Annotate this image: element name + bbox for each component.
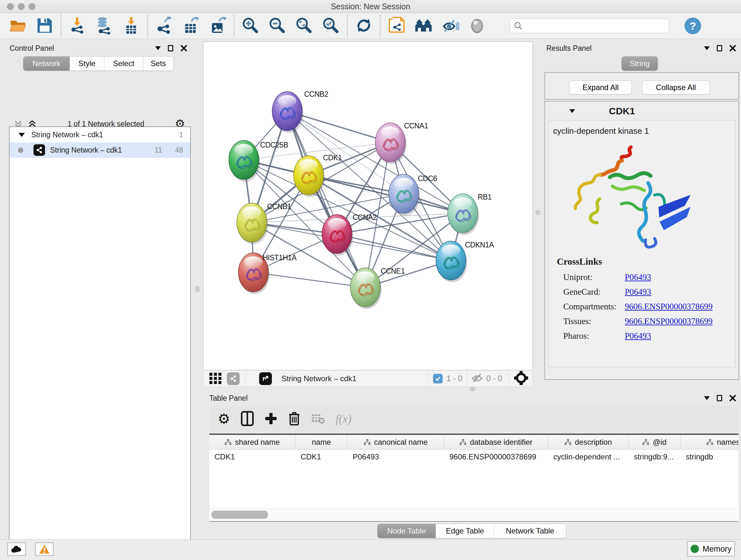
network-node-CCNA2[interactable]: [322, 214, 353, 256]
tab-select[interactable]: Select: [105, 57, 143, 71]
network-node-RB1[interactable]: [448, 194, 479, 235]
panel-close-icon[interactable]: [180, 45, 187, 52]
panel-menu-icon[interactable]: [704, 46, 710, 50]
column-header-id[interactable]: @id: [629, 435, 681, 449]
network-node-label: CDC25B: [260, 141, 288, 149]
export-image-button[interactable]: [204, 14, 231, 37]
crosshair-icon[interactable]: [514, 371, 528, 386]
table-row[interactable]: CDK1 CDK1 P06493 9606.ENSP00000378699 cy…: [209, 449, 738, 464]
table-panel-controls: [704, 395, 736, 401]
zoom-in-button[interactable]: [237, 14, 264, 37]
crosslink-link[interactable]: 9606.ENSP00000378699: [625, 302, 713, 311]
open-in-window-icon[interactable]: [259, 372, 272, 385]
panel-float-icon[interactable]: [717, 45, 722, 51]
show-columns-button[interactable]: [241, 409, 254, 428]
network-node-CCNB2[interactable]: [272, 91, 304, 133]
panel-close-icon[interactable]: [729, 45, 736, 52]
cloud-status-button[interactable]: [7, 543, 26, 556]
create-column-button[interactable]: [265, 409, 277, 428]
share-view-icon[interactable]: [227, 372, 240, 385]
network-collection-row[interactable]: String Network – cdk1 1: [10, 127, 190, 142]
crosslink-link[interactable]: P06493: [625, 331, 651, 341]
delete-column-button[interactable]: [288, 409, 300, 428]
network-view-canvas[interactable]: CCNB2CCNA1CDC25BCDK1CDC6RB1CCNB1CCNA2CDK…: [203, 42, 533, 370]
zoom-out-button[interactable]: [264, 14, 291, 37]
network-overview-button[interactable]: [383, 14, 410, 37]
nav-separator: [246, 371, 246, 387]
column-header-description[interactable]: description: [548, 435, 629, 449]
network-graph[interactable]: CCNB2CCNA1CDC25BCDK1CDC6RB1CCNB1CCNA2CDK…: [203, 42, 533, 370]
splitter-grip[interactable]: [536, 210, 540, 215]
tab-node-table[interactable]: Node Table: [378, 524, 436, 538]
export-network-button[interactable]: [151, 14, 178, 37]
column-header-canonical-name[interactable]: canonical name: [347, 435, 444, 449]
selected-checkbox-icon[interactable]: [433, 374, 443, 383]
network-node-CCNA1[interactable]: [375, 123, 407, 164]
open-session-button[interactable]: [4, 14, 31, 37]
horizontal-scrollbar[interactable]: [210, 508, 737, 520]
control-panel-controls: [155, 45, 187, 52]
apply-layout-button[interactable]: [350, 14, 377, 37]
export-table-button[interactable]: [178, 14, 204, 37]
memory-button[interactable]: Memory: [687, 541, 735, 557]
crosslink-link[interactable]: P06493: [625, 287, 651, 297]
table-delete-icon: [311, 413, 325, 425]
column-header-name[interactable]: name: [295, 435, 347, 449]
tab-string[interactable]: String: [622, 57, 658, 71]
network-node-CCNB1[interactable]: [237, 203, 268, 244]
gene-section-header[interactable]: CDK1: [545, 103, 738, 119]
tab-style[interactable]: Style: [70, 57, 105, 71]
import-network-from-database-button[interactable]: [91, 14, 118, 37]
network-node-CDC6[interactable]: [389, 174, 420, 215]
tab-network[interactable]: Network: [23, 57, 70, 71]
splitter-grip[interactable]: [195, 286, 199, 292]
collapse-all-button[interactable]: Collapse All: [642, 80, 710, 95]
tab-edge-table[interactable]: Edge Table: [436, 524, 494, 538]
panel-close-icon[interactable]: [729, 395, 736, 401]
hide-show-button[interactable]: [437, 14, 464, 37]
expand-all-button[interactable]: Expand All: [569, 80, 632, 95]
column-header-namespace[interactable]: namespace: [681, 435, 738, 449]
network-node-label: HIST1H1A: [263, 253, 297, 262]
scrollbar-thumb[interactable]: [211, 510, 268, 519]
network-node-label: CDKN1A: [465, 241, 494, 249]
column-header-shared-name[interactable]: shared name: [209, 435, 295, 449]
network-node-CDK1[interactable]: [293, 156, 325, 197]
import-table-button[interactable]: [118, 14, 145, 37]
table-settings-button[interactable]: ⚙: [218, 409, 230, 428]
network-row[interactable]: String Network – cdk1 11 48: [10, 142, 190, 158]
network-edge[interactable]: [287, 111, 365, 287]
crosslink-link[interactable]: 9606.ENSP00000378699: [625, 316, 713, 326]
network-node-CDKN1A[interactable]: [436, 241, 467, 282]
network-node-label: CDK1: [323, 153, 342, 162]
zoom-selected-button[interactable]: [318, 14, 344, 37]
homes-button[interactable]: [410, 14, 437, 37]
birdseye-grid-icon[interactable]: [209, 372, 222, 385]
gene-collapse-icon[interactable]: [569, 109, 575, 113]
collection-expand-icon[interactable]: [18, 133, 25, 137]
import-network-from-file-button[interactable]: [64, 14, 91, 37]
network-edge[interactable]: [253, 272, 365, 287]
memory-status-dot: [690, 545, 699, 553]
warnings-button[interactable]: [35, 543, 54, 556]
save-session-button[interactable]: [31, 14, 58, 37]
search-input[interactable]: [523, 19, 669, 32]
tab-network-table[interactable]: Network Table: [494, 524, 566, 538]
gene-details: cyclin-dependent kinase 1 CrossLinks Uni…: [548, 120, 735, 367]
splitter-grip[interactable]: [470, 387, 475, 391]
network-edge[interactable]: [337, 234, 451, 260]
table-panel-title: Table Panel: [209, 394, 248, 402]
panel-float-icon[interactable]: [717, 395, 722, 401]
help-button[interactable]: ?: [684, 17, 701, 34]
show-all-button[interactable]: [464, 14, 490, 37]
panel-menu-icon[interactable]: [704, 396, 710, 400]
column-header-database-identifier[interactable]: database identifier: [444, 435, 548, 449]
tab-sets[interactable]: Sets: [143, 57, 173, 71]
zoom-fit-button[interactable]: [291, 14, 318, 37]
network-node-CCNE1[interactable]: [350, 268, 382, 309]
panel-float-icon[interactable]: [168, 45, 173, 51]
delete-table-button-disabled: [311, 409, 325, 428]
hidden-eye-icon[interactable]: [471, 373, 483, 385]
panel-menu-icon[interactable]: [155, 46, 161, 50]
crosslink-link[interactable]: P06493: [625, 272, 651, 282]
